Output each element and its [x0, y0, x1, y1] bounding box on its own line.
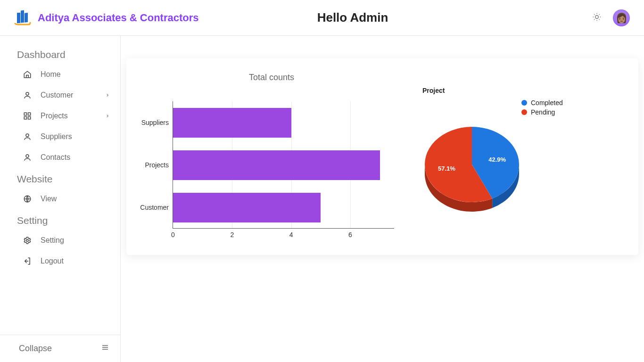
legend-item-completed: Completed: [521, 99, 625, 107]
sidebar-item-label: Contacts: [41, 153, 70, 162]
sidebar-item-label: Projects: [41, 112, 68, 120]
bar-suppliers: [173, 108, 291, 138]
globe-icon: [23, 194, 32, 204]
svg-point-12: [26, 92, 29, 95]
svg-point-21: [26, 239, 29, 242]
svg-point-3: [595, 15, 599, 18]
bar-customer: [173, 193, 321, 222]
svg-rect-1: [21, 10, 24, 23]
theme-toggle-icon[interactable]: [592, 12, 602, 24]
user-icon: [23, 90, 32, 100]
svg-line-6: [594, 14, 594, 15]
svg-rect-15: [24, 117, 26, 119]
section-title-setting: Setting: [0, 209, 120, 230]
grid-icon: [23, 111, 32, 121]
x-tick: 0: [171, 231, 175, 239]
header: Aditya Associates & Contractors Hello Ad…: [0, 0, 644, 36]
chevron-right-icon: [105, 112, 110, 120]
pie-slice-label: 57.1%: [438, 165, 455, 172]
bar-label: Suppliers: [141, 119, 169, 126]
pie-plot: 42.9%57.1%: [422, 124, 521, 214]
svg-rect-2: [25, 12, 28, 22]
user-icon: [23, 132, 32, 141]
bar-projects: [173, 150, 380, 180]
legend-swatch: [521, 109, 527, 115]
svg-point-17: [26, 134, 29, 137]
user-icon: [23, 153, 32, 162]
bar-label: Customer: [140, 204, 169, 211]
legend-label: Pending: [531, 108, 555, 116]
avatar[interactable]: 👩🏽: [613, 9, 630, 26]
svg-point-18: [26, 155, 29, 157]
logo-icon: [14, 9, 31, 26]
section-title-website: Website: [0, 168, 120, 189]
bar-label: Projects: [145, 161, 169, 169]
bar-chart-title: Total counts: [140, 73, 404, 82]
sidebar-item-label: Customer: [41, 91, 73, 99]
sidebar-item-customer[interactable]: Customer: [0, 85, 120, 106]
x-tick: 2: [230, 231, 234, 239]
svg-rect-13: [24, 113, 26, 115]
pie-legend: CompletedPending: [521, 99, 625, 116]
sidebar-item-label: Setting: [41, 236, 64, 245]
sidebar-item-label: Logout: [41, 257, 64, 265]
sidebar-item-home[interactable]: Home: [0, 64, 120, 85]
page-title: Hello Admin: [113, 10, 592, 25]
svg-line-10: [594, 19, 594, 19]
svg-rect-14: [28, 113, 31, 115]
sidebar-collapse[interactable]: Collapse: [0, 335, 120, 362]
collapse-label: Collapse: [19, 344, 52, 354]
pie-slice-label: 42.9%: [488, 156, 506, 163]
main-content: Total counts SuppliersProjectsCustomer02…: [121, 36, 644, 362]
chevron-right-icon: [105, 91, 110, 99]
logout-icon: [23, 256, 32, 266]
sidebar-item-projects[interactable]: Projects: [0, 106, 120, 126]
sidebar-item-view[interactable]: View: [0, 189, 120, 209]
pie-chart: Project CompletedPending 42.9%57.1%: [422, 73, 625, 238]
sidebar-item-suppliers[interactable]: Suppliers: [0, 126, 120, 147]
svg-line-7: [599, 19, 600, 19]
bar-chart: Total counts SuppliersProjectsCustomer02…: [140, 73, 404, 238]
menu-icon: [101, 344, 109, 354]
legend-item-pending: Pending: [521, 108, 625, 116]
charts-card: Total counts SuppliersProjectsCustomer02…: [126, 58, 638, 255]
header-actions: 👩🏽: [592, 9, 630, 26]
x-tick: 4: [289, 231, 293, 239]
sidebar-item-logout[interactable]: Logout: [0, 251, 120, 272]
section-title-dashboard: Dashboard: [0, 43, 120, 64]
sidebar-item-setting[interactable]: Setting: [0, 230, 120, 251]
home-icon: [23, 70, 32, 79]
pie-chart-title: Project: [422, 87, 625, 94]
sidebar-item-label: Home: [41, 70, 61, 79]
sidebar-item-label: View: [41, 195, 57, 203]
svg-rect-16: [28, 117, 31, 119]
svg-rect-0: [17, 12, 20, 23]
sidebar-item-label: Suppliers: [41, 132, 72, 141]
sidebar: Dashboard Home Customer: [0, 36, 121, 362]
sidebar-item-contacts[interactable]: Contacts: [0, 147, 120, 168]
gear-icon: [23, 236, 32, 245]
svg-line-11: [599, 14, 600, 15]
legend-label: Completed: [531, 99, 563, 107]
x-tick: 6: [348, 231, 352, 239]
legend-swatch: [521, 100, 527, 106]
